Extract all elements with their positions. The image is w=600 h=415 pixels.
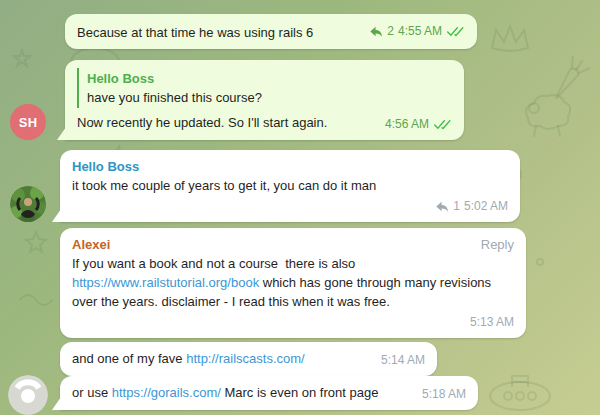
sender-name[interactable]: Hello Boss: [72, 157, 508, 176]
message-time: 5:18 AM: [422, 385, 466, 404]
message-bubble-alexei: Alexei Reply If you want a book and not …: [60, 228, 526, 338]
message-time: 5:14 AM: [381, 351, 425, 370]
double-check-icon: [446, 26, 465, 37]
message-text: or use https://gorails.com/ Marc is even…: [72, 383, 378, 402]
message-meta: 5:18 AM: [413, 385, 466, 404]
sender-name[interactable]: Alexei: [72, 235, 110, 254]
double-check-icon: [433, 119, 452, 130]
reply-arrow-icon: [369, 25, 383, 38]
reply-arrow-icon: [435, 200, 449, 213]
message-meta: 5:14 AM: [372, 351, 425, 370]
message-bubble-railscasts: and one of my fave http://railscasts.com…: [60, 342, 437, 376]
message-bubble-hello-boss: Hello Boss it took me couple of years to…: [60, 150, 520, 222]
message-text-before: If you want a book and not a course ther…: [72, 256, 359, 271]
reply-button[interactable]: Reply: [481, 235, 514, 254]
message-text-before: and one of my fave: [72, 351, 186, 366]
avatar-logo-image: [8, 375, 48, 415]
message-meta: 2 4:55 AM: [360, 22, 465, 41]
quoted-message[interactable]: Hello Boss have you finished this course…: [77, 68, 452, 108]
quoted-text: have you finished this course?: [87, 88, 452, 107]
message-text: Now recently he updated. So I'll start a…: [77, 113, 327, 132]
message-bubble-gorails: or use https://gorails.com/ Marc is even…: [60, 376, 478, 410]
message-text: If you want a book and not a course ther…: [72, 254, 514, 311]
message-text: it took me couple of years to get it, yo…: [72, 176, 508, 195]
message-bubble-outgoing-2: Hello Boss have you finished this course…: [65, 60, 464, 140]
avatar-photo-image: [10, 186, 46, 222]
message-text: Because at that time he was using rails …: [77, 23, 313, 42]
message-time: 4:55 AM: [398, 22, 442, 41]
message-meta: 5:13 AM: [461, 313, 514, 332]
message-meta: 1 5:02 AM: [426, 197, 508, 216]
message-text-after: Marc is even on front page: [221, 385, 379, 400]
link-railstutorial[interactable]: https://www.railstutorial.org/book: [72, 275, 259, 290]
avatar-alexei-logo[interactable]: [8, 375, 48, 415]
message-bubble-outgoing-1: Because at that time he was using rails …: [65, 14, 477, 49]
quoted-sender-name: Hello Boss: [87, 69, 452, 88]
link-gorails[interactable]: https://gorails.com/: [112, 385, 221, 400]
message-text: and one of my fave http://railscasts.com…: [72, 349, 305, 368]
message-time: 5:13 AM: [470, 313, 514, 332]
avatar-sh-initials: SH: [19, 115, 38, 130]
avatar-hello-boss-photo[interactable]: [10, 186, 46, 222]
reply-count: 2: [387, 22, 394, 41]
link-railscasts[interactable]: http://railscasts.com/: [186, 351, 304, 366]
message-text-before: or use: [72, 385, 112, 400]
message-time: 5:02 AM: [464, 197, 508, 216]
message-time: 4:56 AM: [385, 115, 429, 134]
avatar-sh[interactable]: SH: [10, 104, 46, 140]
message-meta: 4:56 AM: [376, 115, 452, 134]
reply-count: 1: [453, 197, 460, 216]
